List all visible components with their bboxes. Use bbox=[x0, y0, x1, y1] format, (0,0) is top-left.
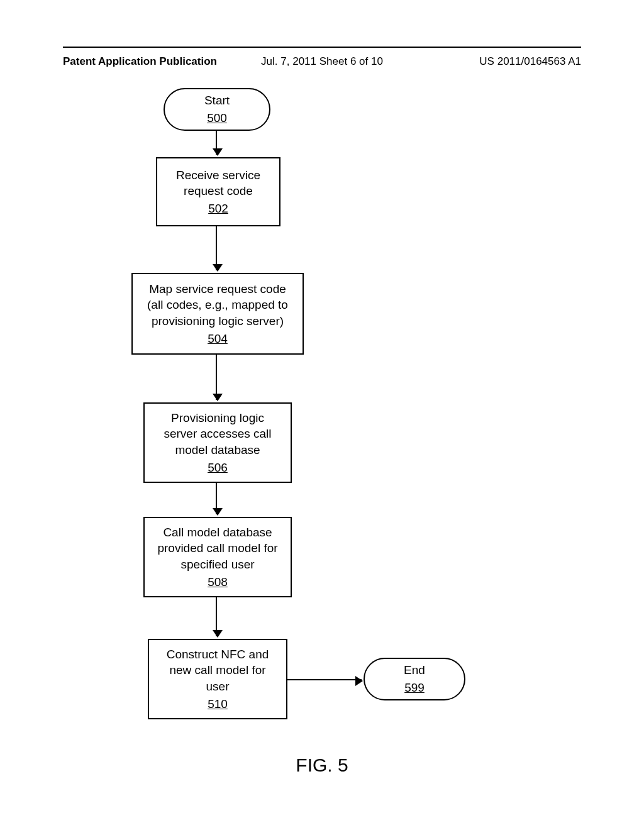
node-step5: Construct NFC and new call model for use… bbox=[148, 639, 287, 719]
node-step3: Provisioning logic server accesses call … bbox=[143, 402, 292, 483]
node-step3-label: Provisioning logic server accesses call … bbox=[153, 410, 282, 458]
flowchart: Start 500 Receive service request code 5… bbox=[0, 88, 644, 780]
node-step2-label: Map service request code (all codes, e.g… bbox=[142, 281, 294, 329]
header-left: Patent Application Publication bbox=[63, 55, 217, 68]
arrow-step5-to-end bbox=[287, 679, 362, 680]
node-step5-ref: 510 bbox=[208, 696, 228, 712]
node-end: End 599 bbox=[364, 658, 465, 700]
node-start-label: Start bbox=[204, 92, 230, 109]
arrow-start-to-step1 bbox=[216, 131, 217, 155]
page: Patent Application Publication Jul. 7, 2… bbox=[0, 0, 644, 830]
node-step1-ref: 502 bbox=[208, 201, 228, 217]
node-step1-label: Receive service request code bbox=[166, 167, 270, 199]
arrow-step1-to-step2 bbox=[216, 226, 217, 270]
arrow-step2-to-step3 bbox=[216, 355, 217, 400]
header-rule bbox=[63, 47, 581, 48]
node-step3-ref: 506 bbox=[208, 460, 228, 476]
arrow-step4-to-step5 bbox=[216, 597, 217, 636]
node-start-ref: 500 bbox=[207, 110, 227, 126]
node-end-ref: 599 bbox=[404, 680, 425, 696]
header-center: Jul. 7, 2011 Sheet 6 of 10 bbox=[261, 55, 383, 68]
node-step1: Receive service request code 502 bbox=[156, 157, 280, 226]
node-start: Start 500 bbox=[164, 88, 270, 131]
header-right: US 2011/0164563 A1 bbox=[479, 55, 581, 68]
node-step4: Call model database provided call model … bbox=[143, 517, 292, 597]
node-step4-ref: 508 bbox=[208, 574, 228, 590]
figure-caption: FIG. 5 bbox=[296, 755, 348, 776]
node-step2: Map service request code (all codes, e.g… bbox=[131, 273, 304, 355]
node-step5-label: Construct NFC and new call model for use… bbox=[158, 646, 277, 695]
arrow-step3-to-step4 bbox=[216, 483, 217, 514]
node-step4-label: Call model database provided call model … bbox=[153, 524, 282, 573]
node-step2-ref: 504 bbox=[208, 331, 228, 347]
node-end-label: End bbox=[404, 662, 425, 678]
